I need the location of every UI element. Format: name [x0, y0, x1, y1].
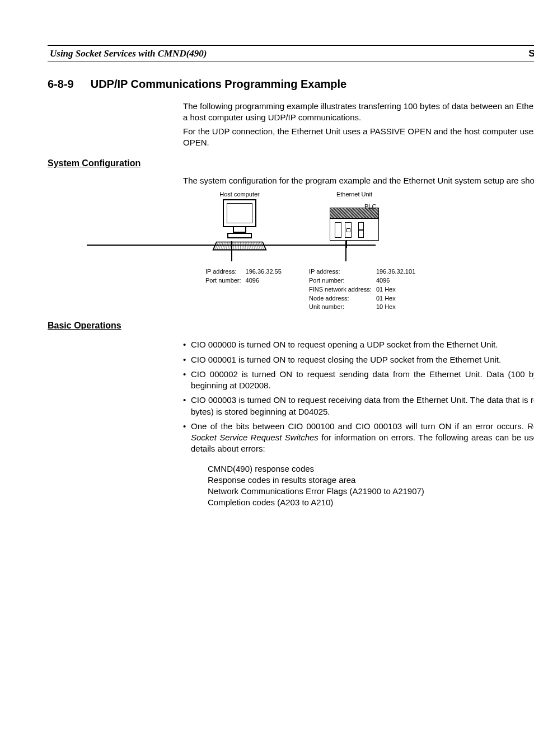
ethernet-unit-graphic: Ethernet Unit	[330, 191, 379, 241]
basic-ops-heading: Basic Operations	[48, 321, 534, 331]
keyboard-icon	[212, 242, 266, 251]
plc-label: PLC	[364, 203, 376, 210]
host-spec-ip-val: 196.36.32.55	[246, 268, 285, 276]
subline-1: Response codes in results storage area	[208, 475, 534, 486]
eth-spec-unit-val: 10 Hex	[376, 303, 419, 311]
monitor-icon	[223, 199, 256, 227]
host-spec-ip-label: IP address:	[205, 268, 245, 276]
eth-spec-node-label: Node address:	[309, 295, 375, 303]
section-number: 6-8-9	[48, 78, 74, 91]
wire-ethernet	[345, 241, 346, 261]
host-specs: IP address:196.36.32.55 Port number:4096	[204, 267, 286, 286]
header-right-text: Section 6-8	[528, 48, 534, 59]
subline-0: CMND(490) response codes	[208, 463, 534, 475]
header-left-text: Using Socket Services with CMND(490)	[50, 48, 207, 59]
eth-spec-node-val: 01 Hex	[376, 295, 419, 303]
system-config-heading: System Configuration	[48, 158, 534, 168]
ethernet-specs: IP address:196.36.32.101 Port number:409…	[308, 267, 420, 312]
section-title: 6-8-9UDP/IP Communications Programming E…	[48, 78, 534, 91]
subline-3: Completion codes (A203 to A210)	[208, 497, 534, 508]
host-spec-port-val: 4096	[246, 277, 285, 285]
bullet-0: CIO 000000 is turned ON to request openi…	[183, 339, 534, 350]
section-title-text: UDP/IP Communications Programming Exampl…	[91, 78, 347, 90]
system-config-para: The system configuration for the program…	[183, 175, 534, 186]
eth-spec-fins-label: FINS network address:	[309, 286, 375, 294]
intro-para-1: The following programming example illust…	[183, 101, 534, 124]
bullet-err-prefix: One of the bits between CIO 000100 and C…	[191, 421, 534, 431]
intro-para-2: For the UDP connection, the Ethernet Uni…	[183, 126, 534, 149]
basic-ops-list: CIO 000000 is turned ON to request openi…	[183, 339, 534, 454]
eth-spec-port-val: 4096	[376, 277, 419, 285]
bullet-3: CIO 000003 is turned ON to request recei…	[183, 395, 534, 417]
eth-spec-port-label: Port number:	[309, 277, 375, 285]
host-computer-label: Host computer	[214, 191, 265, 198]
host-spec-port-label: Port number:	[205, 277, 245, 285]
eth-spec-ip-val: 196.36.32.101	[376, 268, 419, 276]
eth-spec-ip-label: IP address:	[309, 268, 375, 276]
subline-2: Network Communications Error Flags (A219…	[208, 486, 534, 497]
error-details-sublist: CMND(490) response codes Response codes …	[208, 463, 534, 509]
bullet-error: One of the bits between CIO 000100 and C…	[183, 421, 534, 455]
eth-spec-fins-val: 01 Hex	[376, 286, 419, 294]
eth-spec-unit-label: Unit number:	[309, 303, 375, 311]
bullet-1: CIO 000001 is turned ON to request closi…	[183, 354, 534, 365]
wire-host	[231, 241, 232, 261]
host-computer-graphic: Host computer	[214, 191, 265, 251]
bullet-2: CIO 000002 is turned ON to request sendi…	[183, 369, 534, 392]
system-diagram: Host computer Ethernet Unit PLC IP addre…	[204, 191, 534, 308]
ethernet-unit-label: Ethernet Unit	[330, 191, 379, 198]
page-header: Using Socket Services with CMND(490) Sec…	[48, 45, 534, 62]
